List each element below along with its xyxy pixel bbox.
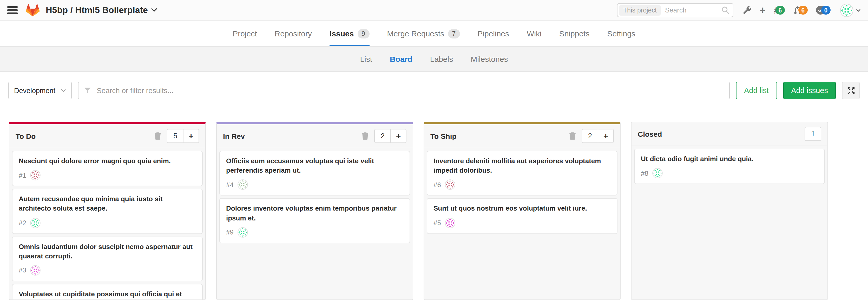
sub-tab-milestones[interactable]: Milestones (471, 47, 508, 71)
chevron-down-icon (61, 89, 66, 92)
issue-card-title: Voluptates ut cupiditate possimus qui of… (19, 290, 196, 299)
board-list-closed: Closed1Ut dicta odio fugit animi unde qu… (631, 122, 828, 300)
tab-count-badge: 9 (357, 29, 369, 38)
issues-count-badge: 6 (775, 6, 785, 14)
tab-project[interactable]: Project (232, 21, 257, 46)
board-list-in-rev: In Rev2+Officiis eum accusamus voluptas … (216, 122, 413, 300)
issue-card[interactable]: Omnis laudantium dolor suscipit nemo asp… (12, 236, 203, 281)
issue-card[interactable]: Nesciunt qui dolore error magni quo quia… (12, 151, 203, 186)
issue-card-footer: #2 (19, 218, 196, 228)
wrench-icon (743, 6, 751, 14)
issue-card-title: Nesciunt qui dolore error magni quo quia… (19, 156, 196, 166)
search-icon (721, 6, 729, 14)
expand-icon (847, 87, 855, 94)
todos-count-badge: 0 (821, 6, 831, 14)
tab-label: Repository (275, 29, 312, 38)
list-count-pill: 1 (805, 127, 821, 141)
hamburger-menu-icon[interactable] (7, 6, 18, 14)
admin-wrench-button[interactable] (743, 6, 751, 14)
tab-merge-requests[interactable]: Merge Requests7 (387, 21, 460, 46)
user-menu[interactable] (840, 3, 861, 17)
assignee-avatar (238, 227, 248, 238)
search-scope-chip: This project (619, 5, 661, 16)
list-header: To Do5+ (9, 124, 205, 148)
assignee-avatar (30, 265, 41, 276)
filtered-search-box[interactable] (78, 82, 730, 99)
project-nav-tabs: ProjectRepositoryIssues9Merge Requests7P… (232, 21, 636, 46)
issue-card[interactable]: Autem recusandae quo minima quia iusto s… (12, 189, 203, 234)
project-title-text: H5bp / Html5 Boilerplate (46, 5, 148, 16)
list-cards-container: Ut dicta odio fugit animi unde quia.#8 (631, 146, 828, 299)
list-cards-container: Nesciunt qui dolore error magni quo quia… (9, 148, 205, 299)
milestone-dropdown[interactable]: Development (8, 82, 72, 99)
tab-settings[interactable]: Settings (607, 21, 635, 46)
tab-label: Milestones (471, 55, 508, 63)
project-nav: ProjectRepositoryIssues9Merge Requests7P… (0, 21, 868, 47)
tab-label: Issues (330, 29, 354, 38)
sub-tab-list[interactable]: List (360, 47, 372, 71)
issue-card[interactable]: Dolores inventore voluptas enim temporib… (219, 198, 410, 243)
issue-card[interactable]: Officiis eum accusamus voluptas qui iste… (219, 151, 410, 196)
filter-search-input[interactable] (96, 86, 723, 95)
issue-card-title: Officiis eum accusamus voluptas qui iste… (226, 156, 403, 176)
sub-tab-board[interactable]: Board (390, 47, 412, 71)
issue-card-footer: #9 (226, 227, 403, 238)
issues-dashboard-button[interactable]: # 6 (774, 5, 785, 15)
add-issue-to-list-button[interactable]: + (183, 129, 198, 143)
add-issues-button[interactable]: Add issues (783, 82, 836, 99)
trash-icon (362, 132, 369, 140)
issue-card-title: Autem recusandae quo minima quia iusto s… (19, 194, 196, 213)
list-header: To Ship2+ (424, 124, 620, 148)
new-item-button[interactable]: + (760, 5, 766, 15)
chevron-down-icon (856, 8, 861, 12)
tab-label: Settings (607, 29, 635, 38)
tab-snippets[interactable]: Snippets (559, 21, 590, 46)
list-cards-container: Officiis eum accusamus voluptas qui iste… (217, 148, 413, 299)
search-input[interactable] (664, 6, 718, 14)
list-title: Closed (638, 130, 805, 138)
tab-pipelines[interactable]: Pipelines (477, 21, 509, 46)
delete-list-button[interactable] (155, 132, 161, 140)
assignee-avatar (30, 170, 41, 180)
issue-card-footer: #3 (19, 265, 196, 276)
sub-tab-labels[interactable]: Labels (430, 47, 453, 71)
sub-nav-tabs: ListBoardLabelsMilestones (360, 47, 508, 71)
project-switcher[interactable]: H5bp / Html5 Boilerplate (46, 5, 157, 16)
add-issue-to-list-button[interactable]: + (390, 129, 406, 143)
gitlab-issue-board-page: H5bp / Html5 Boilerplate This project + … (0, 0, 868, 300)
issue-board: To Do5+Nesciunt qui dolore error magni q… (0, 122, 868, 300)
fullscreen-toggle-button[interactable] (842, 82, 860, 99)
delete-list-button[interactable] (362, 132, 369, 140)
tab-issues[interactable]: Issues9 (330, 21, 369, 46)
todos-button[interactable]: 0 (816, 6, 831, 14)
delete-list-button[interactable] (569, 132, 576, 140)
issue-card[interactable]: Voluptates ut cupiditate possimus qui of… (12, 284, 203, 299)
add-list-button[interactable]: Add list (736, 82, 777, 99)
gitlab-logo-icon[interactable] (26, 3, 39, 17)
global-search-box[interactable]: This project (617, 3, 733, 17)
list-issue-count: 2 (582, 129, 598, 143)
issue-id: #8 (641, 169, 648, 177)
issue-card-footer: #1 (19, 170, 196, 180)
tab-repository[interactable]: Repository (275, 21, 312, 46)
list-title: To Ship (430, 132, 569, 140)
tab-wiki[interactable]: Wiki (527, 21, 541, 46)
issue-card[interactable]: Inventore deleniti mollitia aut asperior… (427, 151, 618, 196)
list-issue-count: 2 (375, 129, 390, 143)
issue-card-title: Sunt ut quos nostrum eos voluptatum veli… (433, 204, 611, 213)
list-issue-count: 5 (167, 129, 183, 143)
list-title: In Rev (223, 132, 362, 140)
issue-card[interactable]: Sunt ut quos nostrum eos voluptatum veli… (427, 198, 618, 234)
issue-card[interactable]: Ut dicta odio fugit animi unde quia.#8 (634, 149, 825, 184)
list-title: To Do (16, 132, 155, 140)
issue-id: #2 (19, 219, 26, 227)
assignee-avatar (238, 180, 248, 190)
tab-label: List (360, 55, 372, 63)
tab-label: Project (232, 29, 257, 38)
add-issue-to-list-button[interactable]: + (598, 129, 613, 143)
navbar-icon-group: + # 6 6 0 (743, 3, 861, 17)
merge-requests-count-badge: 6 (798, 6, 808, 14)
merge-requests-button[interactable]: 6 (793, 6, 808, 14)
list-count-pill: 2+ (582, 129, 614, 143)
tab-label: Pipelines (477, 29, 509, 38)
